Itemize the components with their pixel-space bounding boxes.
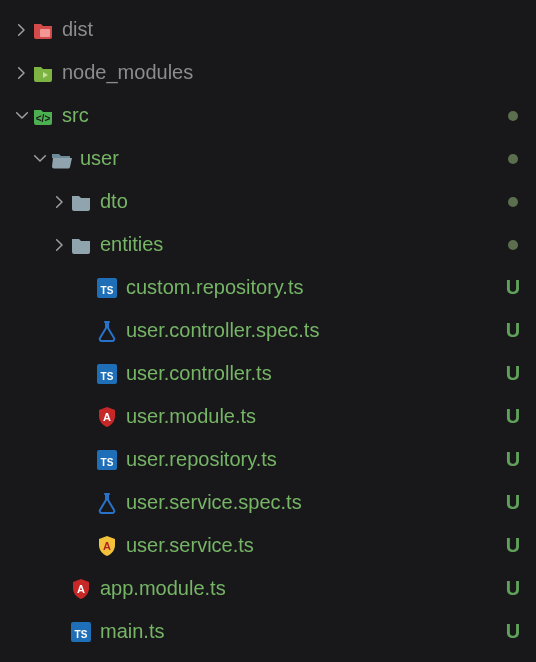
tree-item-user-service[interactable]: user.service.tsU [0, 524, 536, 567]
chevron-spacer [76, 407, 96, 427]
angular-yellow-icon [96, 535, 118, 557]
chevron-right-icon [50, 235, 70, 255]
tree-item-dto[interactable]: dto [0, 180, 536, 223]
tree-item-node_modules[interactable]: node_modules [0, 51, 536, 94]
git-status-badge: U [504, 577, 522, 600]
git-status-badge: U [504, 491, 522, 514]
chevron-spacer [76, 450, 96, 470]
file-tree: distnode_modulessrcuserdtoentitiescustom… [0, 8, 536, 653]
git-modified-dot-icon [508, 240, 518, 250]
chevron-down-icon [12, 106, 32, 126]
folder-open-icon [50, 148, 72, 170]
tree-item-user-controller-spec[interactable]: user.controller.spec.tsU [0, 309, 536, 352]
tree-item-label: user.controller.spec.ts [126, 319, 504, 342]
tree-item-entities[interactable]: entities [0, 223, 536, 266]
typescript-icon [70, 621, 92, 643]
git-status-badge: U [504, 276, 522, 299]
chevron-right-icon [50, 192, 70, 212]
chevron-spacer [76, 364, 96, 384]
angular-red-icon [70, 578, 92, 600]
tree-item-user-service-spec[interactable]: user.service.spec.tsU [0, 481, 536, 524]
typescript-icon [96, 449, 118, 471]
chevron-spacer [50, 622, 70, 642]
tree-item-dist[interactable]: dist [0, 8, 536, 51]
git-status-badge: U [504, 534, 522, 557]
chevron-right-icon [12, 63, 32, 83]
tree-item-label: node_modules [62, 61, 522, 84]
tree-item-label: custom.repository.ts [126, 276, 504, 299]
chevron-down-icon [30, 149, 50, 169]
git-status-badge: U [504, 362, 522, 385]
test-flask-icon [96, 320, 118, 342]
tree-item-label: user [80, 147, 508, 170]
tree-item-user[interactable]: user [0, 137, 536, 180]
folder-icon [70, 234, 92, 256]
git-status-badge: U [504, 405, 522, 428]
tree-item-user-controller[interactable]: user.controller.tsU [0, 352, 536, 395]
angular-red-icon [96, 406, 118, 428]
git-status-badge: U [504, 620, 522, 643]
tree-item-label: user.service.ts [126, 534, 504, 557]
tree-item-label: user.module.ts [126, 405, 504, 428]
chevron-spacer [76, 321, 96, 341]
chevron-spacer [76, 278, 96, 298]
chevron-spacer [76, 493, 96, 513]
typescript-icon [96, 277, 118, 299]
chevron-spacer [50, 579, 70, 599]
git-modified-dot-icon [508, 197, 518, 207]
tree-item-main[interactable]: main.tsU [0, 610, 536, 653]
tree-item-label: entities [100, 233, 508, 256]
git-modified-dot-icon [508, 111, 518, 121]
git-modified-dot-icon [508, 154, 518, 164]
folder-green-icon [32, 62, 54, 84]
typescript-icon [96, 363, 118, 385]
folder-icon [70, 191, 92, 213]
tree-item-label: dist [62, 18, 522, 41]
test-flask-icon [96, 492, 118, 514]
tree-item-label: user.controller.ts [126, 362, 504, 385]
folder-src-icon [32, 105, 54, 127]
tree-item-custom-repository[interactable]: custom.repository.tsU [0, 266, 536, 309]
tree-item-user-module[interactable]: user.module.tsU [0, 395, 536, 438]
tree-item-label: user.service.spec.ts [126, 491, 504, 514]
tree-item-label: app.module.ts [100, 577, 504, 600]
tree-item-label: dto [100, 190, 508, 213]
folder-red-icon [32, 19, 54, 41]
git-status-badge: U [504, 448, 522, 471]
tree-item-app-module[interactable]: app.module.tsU [0, 567, 536, 610]
chevron-right-icon [12, 20, 32, 40]
chevron-spacer [76, 536, 96, 556]
tree-item-label: main.ts [100, 620, 504, 643]
tree-item-src[interactable]: src [0, 94, 536, 137]
tree-item-label: user.repository.ts [126, 448, 504, 471]
tree-item-user-repository[interactable]: user.repository.tsU [0, 438, 536, 481]
tree-item-label: src [62, 104, 508, 127]
git-status-badge: U [504, 319, 522, 342]
